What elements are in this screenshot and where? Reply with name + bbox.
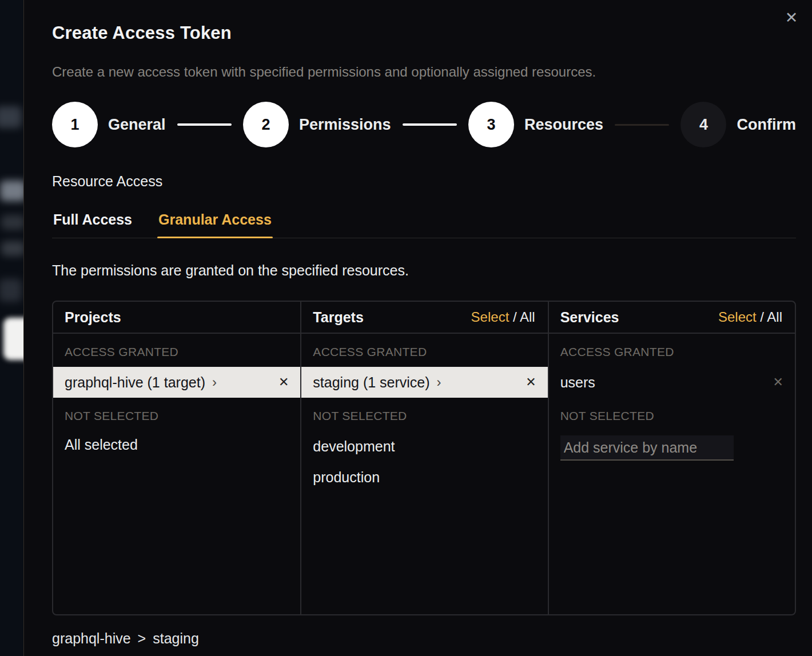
target-row-label: development <box>313 438 395 455</box>
step-general[interactable]: 1 General <box>52 102 166 147</box>
projects-column-header: Projects <box>53 302 300 334</box>
targets-all-link[interactable]: All <box>520 309 535 325</box>
projects-column-title: Projects <box>65 309 121 326</box>
services-select-divider: / <box>760 309 764 325</box>
project-row-graphql-hive[interactable]: graphql-hive (1 target) › ✕ <box>53 367 300 398</box>
step-permissions[interactable]: 2 Permissions <box>243 102 391 147</box>
target-row-staging[interactable]: staging (1 service) › ✕ <box>301 367 547 398</box>
targets-select-divider: / <box>513 309 517 325</box>
projects-not-selected-label: NOT SELECTED <box>53 398 300 431</box>
projects-all-selected-note: All selected <box>53 431 300 459</box>
step-label: Confirm <box>737 116 796 134</box>
targets-select-link[interactable]: Select <box>471 309 510 325</box>
resource-access-heading: Resource Access <box>52 173 796 190</box>
resource-selector-table: Projects ACCESS GRANTED graphql-hive (1 … <box>52 301 796 615</box>
create-access-token-modal: ✕ Create Access Token Create a new acces… <box>23 0 812 656</box>
breadcrumb-separator-icon: > <box>138 630 146 647</box>
projects-access-granted-label: ACCESS GRANTED <box>53 334 300 367</box>
breadcrumb-target: staging <box>153 630 199 647</box>
background-page <box>0 0 23 656</box>
add-service-input[interactable] <box>560 435 734 461</box>
tab-full-access[interactable]: Full Access <box>52 211 133 238</box>
step-number-circle: 1 <box>52 102 98 147</box>
services-select-all: Select / All <box>718 309 782 325</box>
services-not-selected-label: NOT SELECTED <box>549 398 795 431</box>
close-icon[interactable]: ✕ <box>781 7 802 28</box>
step-label: General <box>108 116 166 134</box>
breadcrumb: graphql-hive > staging <box>52 630 796 647</box>
services-column-title: Services <box>560 309 619 326</box>
step-number-circle: 3 <box>468 102 514 147</box>
backdrop-blur-blob <box>3 318 23 360</box>
service-row-label: users <box>560 374 595 391</box>
step-connector <box>615 124 669 126</box>
backdrop-blur-blob <box>0 181 23 201</box>
target-row-development[interactable]: development <box>301 431 547 462</box>
step-label: Permissions <box>299 116 391 134</box>
breadcrumb-project: graphql-hive <box>52 630 131 647</box>
target-row-production[interactable]: production <box>301 462 547 493</box>
step-connector <box>177 123 232 126</box>
step-number-circle: 2 <box>243 102 289 147</box>
services-column-header: Services Select / All <box>549 302 795 334</box>
modal-subtitle: Create a new access token with specified… <box>52 64 796 80</box>
targets-column: Targets Select / All ACCESS GRANTED stag… <box>300 302 547 614</box>
projects-column: Projects ACCESS GRANTED graphql-hive (1 … <box>53 302 300 614</box>
tab-granular-access[interactable]: Granular Access <box>157 211 273 238</box>
services-column: Services Select / All ACCESS GRANTED use… <box>548 302 795 614</box>
backdrop-blur-blob <box>0 106 22 128</box>
targets-column-title: Targets <box>313 309 363 326</box>
remove-target-icon[interactable]: ✕ <box>526 376 536 389</box>
backdrop-blur-blob <box>1 215 23 230</box>
targets-not-selected-label: NOT SELECTED <box>301 398 547 431</box>
step-connector <box>403 123 457 126</box>
backdrop-blur-blob <box>0 279 22 302</box>
step-number-circle: 4 <box>680 102 726 147</box>
access-mode-tabs: Full Access Granular Access <box>52 211 796 238</box>
backdrop-blur-blob <box>1 241 23 256</box>
step-confirm[interactable]: 4 Confirm <box>680 102 796 147</box>
remove-project-icon[interactable]: ✕ <box>278 376 289 389</box>
step-label: Resources <box>524 116 603 134</box>
chevron-right-icon: › <box>437 375 441 389</box>
services-all-link[interactable]: All <box>767 309 782 325</box>
targets-column-header: Targets Select / All <box>301 302 547 334</box>
chevron-right-icon: › <box>212 375 217 389</box>
targets-access-granted-label: ACCESS GRANTED <box>301 334 547 367</box>
project-row-label: graphql-hive (1 target) <box>65 374 205 391</box>
wizard-stepper: 1 General 2 Permissions 3 Resources 4 Co… <box>52 102 796 147</box>
services-access-granted-label: ACCESS GRANTED <box>549 334 795 367</box>
service-row-users[interactable]: users ✕ <box>549 367 795 398</box>
modal-title: Create Access Token <box>52 23 796 43</box>
targets-select-all: Select / All <box>471 309 535 325</box>
target-row-label: production <box>313 469 380 486</box>
remove-service-icon[interactable]: ✕ <box>773 376 783 389</box>
target-row-label: staging (1 service) <box>313 374 429 391</box>
step-resources[interactable]: 3 Resources <box>468 102 603 147</box>
services-select-link[interactable]: Select <box>718 309 757 325</box>
granular-access-description: The permissions are granted on the speci… <box>52 262 796 279</box>
